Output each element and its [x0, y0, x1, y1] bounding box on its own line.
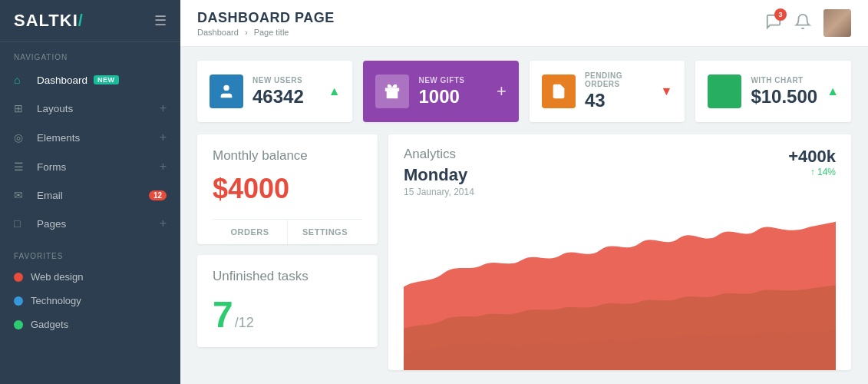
fav-section-label: FAVORITES: [0, 241, 180, 265]
email-icon: ✉: [14, 189, 29, 201]
fav-dot-webdesign: [14, 273, 23, 282]
favorites-list: Web design Technology Gadgets: [0, 265, 180, 336]
fav-dot-gadgets: [14, 320, 23, 329]
analytics-day: Monday: [404, 165, 474, 185]
logo-text: SALTKI/: [14, 11, 84, 31]
tasks-panel: Unfinished tasks 7 /12: [197, 255, 378, 347]
balance-value: $4000: [213, 173, 362, 205]
analytics-panel: Analytics Monday 15 Jaunary, 2014 +400k …: [388, 134, 851, 370]
stat-label-pending: PENDING ORDERS: [585, 71, 652, 88]
stat-value-chart: $10.500: [751, 86, 817, 108]
stat-label-chart: WITH CHART: [751, 76, 817, 84]
balance-title: Monthly balance: [213, 148, 362, 164]
stat-plus-gifts[interactable]: +: [497, 81, 507, 101]
tasks-total: /12: [235, 315, 254, 331]
stat-card-pending: PENDING ORDERS 43 ▼: [530, 61, 685, 122]
main-content: DASHBOARD PAGE Dashboard › Page title 3: [180, 0, 868, 384]
page-header: DASHBOARD PAGE Dashboard › Page title 3: [180, 0, 868, 47]
sidebar-item-pages[interactable]: □ Pages +: [0, 209, 180, 238]
balance-panel: Monthly balance $4000 ORDERS SETTINGS: [197, 134, 378, 244]
balance-tab-settings[interactable]: SETTINGS: [287, 220, 362, 244]
stat-card-chart: WITH CHART $10.500 ▲: [695, 61, 851, 122]
elements-plus: +: [160, 131, 167, 144]
nav-new-badge: NEW: [94, 75, 119, 84]
bell-button[interactable]: [794, 13, 811, 34]
breadcrumb-current: Page title: [254, 28, 289, 37]
breadcrumb-sep: ›: [245, 28, 250, 37]
analytics-date: 15 Jaunary, 2014: [404, 187, 474, 197]
layouts-plus: +: [160, 101, 167, 115]
forms-icon: ☰: [14, 161, 29, 173]
fav-item-technology[interactable]: Technology: [0, 289, 180, 313]
stat-arrow-chart: ▲: [827, 84, 839, 98]
stat-value-users: 46342: [252, 86, 319, 108]
sidebar: SALTKI/ ☰ NAVIGATION ⌂ Dashboard NEW ⊞ L…: [0, 0, 180, 384]
forms-plus: +: [160, 160, 167, 174]
stat-arrow-pending: ▼: [661, 84, 673, 98]
content-area: NEW USERS 46342 ▲ NEW GIFTS: [180, 47, 868, 384]
stat-value-pending: 43: [585, 90, 652, 111]
left-panels: Monthly balance $4000 ORDERS SETTINGS Un…: [197, 134, 378, 370]
elements-icon: ◎: [14, 131, 29, 144]
chart-area: [404, 204, 836, 370]
balance-tabs: ORDERS SETTINGS: [213, 219, 362, 244]
layouts-icon: ⊞: [14, 102, 29, 114]
stats-row: NEW USERS 46342 ▲ NEW GIFTS: [197, 61, 851, 122]
stat-arrow-users: ▲: [328, 84, 341, 98]
avatar[interactable]: [823, 9, 851, 37]
stat-icon-chart: [708, 74, 741, 108]
area-chart: [404, 204, 836, 370]
tasks-number: 7 /12: [213, 296, 362, 333]
nav-section-label: NAVIGATION: [0, 42, 180, 66]
sidebar-item-forms[interactable]: ☰ Forms +: [0, 152, 180, 181]
stat-icon-orders: [542, 74, 576, 108]
stat-card-new-gifts: NEW GIFTS 1000 +: [363, 61, 518, 122]
stat-info-chart: WITH CHART $10.500: [751, 76, 817, 108]
main-nav: ⌂ Dashboard NEW ⊞ Layouts + ◎ Elements +…: [0, 66, 180, 238]
pages-icon: □: [14, 217, 29, 230]
breadcrumb: Dashboard › Page title: [197, 28, 335, 37]
analytics-header: Analytics Monday 15 Jaunary, 2014 +400k …: [404, 147, 836, 197]
stat-info-users: NEW USERS 46342: [252, 76, 319, 108]
page-title: DASHBOARD PAGE: [197, 10, 335, 26]
chat-badge: 3: [774, 8, 787, 21]
tasks-count: 7: [213, 296, 233, 333]
breadcrumb-home[interactable]: Dashboard: [197, 28, 239, 37]
hamburger-icon[interactable]: ☰: [154, 12, 167, 29]
fav-item-webdesign[interactable]: Web design: [0, 265, 180, 289]
svg-rect-1: [385, 88, 399, 91]
sidebar-item-email[interactable]: ✉ Email 12: [0, 181, 180, 209]
tasks-title: Unfinished tasks: [213, 269, 362, 284]
sidebar-logo: SALTKI/ ☰: [0, 0, 180, 42]
logo-slash: /: [78, 11, 84, 30]
stat-label-gifts: NEW GIFTS: [418, 76, 487, 84]
analytics-title: Analytics: [404, 147, 474, 162]
sidebar-item-dashboard[interactable]: ⌂ Dashboard NEW: [0, 66, 180, 94]
stat-label-users: NEW USERS: [252, 76, 319, 84]
analytics-stats: +400k ↑ 14%: [788, 147, 836, 177]
sidebar-item-layouts[interactable]: ⊞ Layouts +: [0, 94, 180, 123]
pages-plus: +: [160, 217, 167, 230]
sidebar-item-elements[interactable]: ◎ Elements +: [0, 123, 180, 152]
chat-button[interactable]: 3: [765, 13, 782, 34]
analytics-pct: ↑ 14%: [788, 167, 836, 177]
analytics-big: +400k: [788, 147, 836, 167]
stat-icon-users: [210, 74, 243, 108]
home-icon: ⌂: [14, 74, 29, 86]
fav-dot-technology: [14, 296, 23, 306]
header-right: 3: [765, 9, 851, 37]
stat-info-gifts: NEW GIFTS 1000: [418, 76, 487, 108]
fav-item-gadgets[interactable]: Gadgets: [0, 313, 180, 336]
bottom-row: Monthly balance $4000 ORDERS SETTINGS Un…: [197, 134, 851, 370]
stat-icon-gifts: [375, 74, 409, 108]
balance-tab-orders[interactable]: ORDERS: [213, 220, 287, 244]
header-left: DASHBOARD PAGE Dashboard › Page title: [197, 10, 335, 37]
analytics-left: Analytics Monday 15 Jaunary, 2014: [404, 147, 474, 197]
svg-point-0: [223, 85, 229, 91]
stat-info-pending: PENDING ORDERS 43: [585, 71, 652, 111]
stat-card-new-users: NEW USERS 46342 ▲: [197, 61, 352, 122]
stat-value-gifts: 1000: [418, 86, 487, 108]
email-badge: 12: [149, 190, 167, 200]
avatar-image: [823, 9, 851, 37]
